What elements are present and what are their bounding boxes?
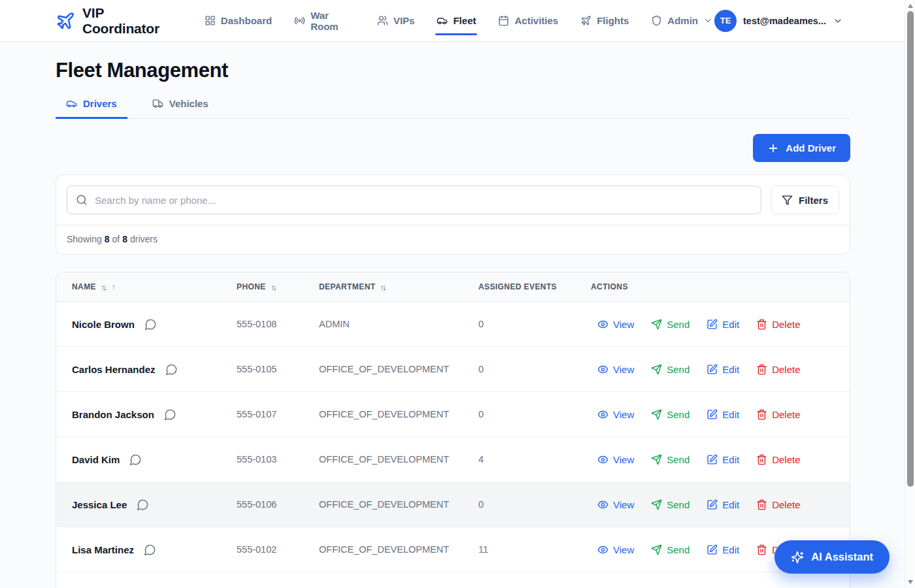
drivers-table: NAME↑↓↑PHONE↑↓DEPARTMENT↑↓ASSIGNED EVENT…	[56, 272, 850, 588]
action-label: View	[613, 544, 634, 555]
chat-icon[interactable]	[137, 498, 149, 511]
nav-item-label: War Room	[310, 10, 355, 32]
action-label: Delete	[772, 319, 800, 330]
delete-action-button[interactable]: Delete	[756, 364, 800, 375]
scrollbar-up-arrow[interactable]	[908, 4, 913, 8]
row-actions: ViewSendEditDelete	[591, 364, 850, 375]
view-action-button[interactable]: View	[597, 454, 634, 465]
delete-action-button[interactable]: Delete	[756, 499, 800, 510]
driver-phone: 555-0108	[237, 319, 319, 329]
nav-item-fleet[interactable]: Fleet	[435, 12, 477, 29]
view-action-button[interactable]: View	[597, 499, 634, 510]
brand[interactable]: VIP Coordinator	[56, 5, 184, 37]
driver-phone: 555-0107	[237, 409, 319, 419]
sort-icon[interactable]: ↑↓	[271, 282, 277, 292]
send-action-button[interactable]: Send	[651, 544, 690, 555]
sort-icon[interactable]: ↑↓	[101, 282, 107, 292]
action-label: View	[613, 364, 634, 375]
avatar: TE	[714, 10, 737, 32]
nav-item-label: VIPs	[393, 15, 415, 26]
driver-name: Jessica Lee	[72, 499, 127, 510]
chat-icon[interactable]	[165, 363, 178, 376]
filters-button[interactable]: Filters	[771, 186, 839, 214]
action-label: Send	[667, 319, 690, 330]
driver-name: Brandon Jackson	[72, 409, 154, 420]
row-actions: ViewSendEditDelete	[591, 319, 850, 330]
driver-name-cell: Brandon Jackson	[72, 408, 237, 421]
trash-icon	[756, 454, 767, 465]
search-input[interactable]	[67, 186, 761, 214]
trash-icon	[756, 364, 767, 375]
action-label: View	[613, 499, 634, 510]
assigned-events-count: 4	[478, 454, 591, 465]
edit-action-button[interactable]: Edit	[707, 364, 739, 375]
table-row: Brandon Jackson555-0107OFFICE_OF_DEVELOP…	[56, 392, 850, 437]
delete-action-button[interactable]: Delete	[756, 454, 800, 465]
driver-department: OFFICE_OF_DEVELOPMENT	[319, 409, 478, 419]
scrollbar-thumb[interactable]	[907, 11, 914, 487]
edit-action-button[interactable]: Edit	[707, 544, 739, 555]
delete-action-button[interactable]: Delete	[756, 319, 800, 330]
chat-icon[interactable]	[144, 318, 157, 331]
send-action-button[interactable]: Send	[651, 454, 690, 465]
scrollbar-down-arrow[interactable]	[908, 580, 913, 584]
nav-item-label: Activities	[514, 15, 558, 26]
assigned-events-count: 0	[478, 409, 591, 419]
nav-item-dashboard[interactable]: Dashboard	[203, 12, 273, 29]
car-icon	[437, 15, 448, 26]
send-action-button[interactable]: Send	[651, 364, 690, 375]
nav-item-activities[interactable]: Activities	[497, 12, 559, 29]
add-driver-button[interactable]: Add Driver	[753, 134, 850, 162]
driver-department: OFFICE_OF_DEVELOPMENT	[319, 544, 478, 555]
table-row: Nicole Brown555-0108ADMIN0ViewSendEditDe…	[56, 302, 850, 347]
ai-assistant-button[interactable]: AI Assistant	[774, 540, 890, 574]
tab-vehicles[interactable]: Vehicles	[142, 98, 219, 119]
chat-icon[interactable]	[164, 408, 176, 421]
tab-drivers[interactable]: Drivers	[56, 98, 127, 119]
chat-icon[interactable]	[144, 544, 156, 556]
view-action-button[interactable]: View	[597, 544, 634, 555]
nav-item-war-room[interactable]: War Room	[293, 7, 356, 35]
eye-icon	[597, 454, 608, 465]
view-action-button[interactable]: View	[597, 364, 634, 375]
column-header-phone[interactable]: PHONE↑↓	[237, 282, 319, 292]
column-header-department[interactable]: DEPARTMENT↑↓	[319, 282, 478, 292]
user-menu[interactable]: TE test@madeames...	[714, 10, 843, 32]
action-label: Send	[667, 364, 690, 375]
edit-action-button[interactable]: Edit	[707, 454, 739, 465]
tab-label: Drivers	[83, 98, 117, 109]
chat-icon[interactable]	[129, 453, 142, 466]
sort-asc-indicator: ↑	[112, 283, 116, 291]
view-action-button[interactable]: View	[597, 409, 634, 420]
plane-icon	[580, 15, 591, 26]
column-label: NAME	[72, 282, 96, 291]
table-header: NAME↑↓↑PHONE↑↓DEPARTMENT↑↓ASSIGNED EVENT…	[56, 272, 850, 302]
nav-item-vips[interactable]: VIPs	[376, 12, 416, 29]
delete-action-button[interactable]: Delete	[756, 409, 800, 420]
edit-icon	[707, 364, 718, 375]
action-label: Edit	[722, 364, 739, 375]
trash-icon	[756, 499, 767, 510]
driver-phone: 555-0106	[237, 499, 319, 510]
toolbar: Add Driver	[56, 134, 850, 162]
column-header-assigned-events: ASSIGNED EVENTS	[478, 282, 591, 291]
sort-icon[interactable]: ↑↓	[380, 282, 386, 292]
driver-name: Nicole Brown	[72, 319, 135, 330]
driver-name: Lisa Martinez	[72, 544, 134, 555]
edit-action-button[interactable]: Edit	[707, 319, 739, 330]
scrollbar[interactable]	[905, 0, 915, 588]
column-header-name[interactable]: NAME↑↓↑	[72, 282, 237, 292]
tab-bar: DriversVehicles	[56, 98, 850, 119]
view-action-button[interactable]: View	[597, 319, 634, 330]
row-actions: ViewSendEditDelete	[591, 499, 850, 510]
nav-item-label: Fleet	[453, 15, 476, 26]
send-action-button[interactable]: Send	[651, 499, 690, 510]
nav-item-flights[interactable]: Flights	[579, 12, 630, 29]
nav-item-admin[interactable]: Admin	[650, 12, 714, 29]
edit-action-button[interactable]: Edit	[707, 499, 739, 510]
send-action-button[interactable]: Send	[651, 319, 690, 330]
send-action-button[interactable]: Send	[651, 409, 690, 420]
edit-icon	[707, 319, 718, 330]
chevron-down-icon	[703, 16, 713, 25]
edit-action-button[interactable]: Edit	[707, 409, 739, 420]
